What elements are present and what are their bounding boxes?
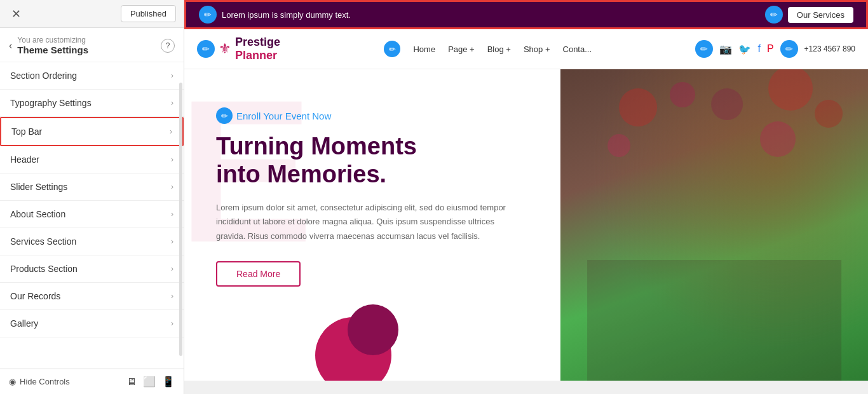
chevron-icon: › [171, 264, 173, 273]
sidebar-item-slider-settings[interactable]: Slider Settings› [0, 173, 184, 201]
site-header-right: ✏ 📷 🐦 f P ✏ +123 4567 890 [695, 40, 855, 58]
nav-item-conta...[interactable]: Conta... [563, 44, 592, 54]
nav-item-page+[interactable]: Page + [448, 44, 475, 54]
hero-svg-decor [560, 69, 868, 381]
customizing-label: You are customizing [17, 36, 156, 44]
published-button[interactable]: Published [121, 5, 176, 22]
topbar-left: ✏ Lorem ipsum is simply dummy text. [199, 6, 351, 24]
hide-controls-icon: ◉ [9, 377, 16, 386]
twitter-icon[interactable]: 🐦 [738, 43, 751, 55]
panel-top-bar: ✕ Published [0, 0, 184, 28]
sidebar-item-our-records[interactable]: Our Records› [0, 283, 184, 310]
topbar-edit-icon[interactable]: ✏ [199, 6, 217, 24]
sidebar-item-label: Section Ordering [10, 71, 77, 81]
nav-item-home[interactable]: Home [413, 44, 435, 54]
sidebar-item-products-section[interactable]: Products Section› [0, 255, 184, 283]
our-services-button[interactable]: Our Services [788, 7, 853, 23]
desktop-icon[interactable]: 🖥 [126, 376, 137, 388]
nav-edit-icon[interactable]: ✏ [384, 41, 400, 57]
header-phone-edit-icon[interactable]: ✏ [780, 40, 798, 58]
chevron-icon: › [170, 127, 172, 136]
customizer-panel: ✕ Published ‹ You are customizing Theme … [0, 0, 184, 394]
sidebar-item-top-bar[interactable]: Top Bar› [0, 117, 184, 146]
panel-footer: ◉ Hide Controls 🖥 ⬜ 📱 [0, 369, 184, 394]
chevron-icon: › [171, 319, 173, 328]
header-social-edit-icon[interactable]: ✏ [695, 40, 713, 58]
topbar-right: ✏ Our Services [765, 6, 853, 24]
sidebar-item-label: Products Section [10, 264, 78, 274]
sidebar-item-label: Gallery [10, 318, 38, 329]
panel-header: ‹ You are customizing Theme Settings ? [0, 28, 184, 62]
hero-left: E ✏ Enroll Your Event Now Turning Moment… [184, 69, 560, 381]
svg-point-3 [768, 69, 813, 111]
logo-edit-icon[interactable]: ✏ [197, 40, 215, 58]
back-button[interactable]: ‹ [9, 40, 12, 51]
sidebar-item-header[interactable]: Header› [0, 146, 184, 173]
topbar-services-edit-icon[interactable]: ✏ [765, 6, 783, 24]
site-topbar: ✏ Lorem ipsum is simply dummy text. ✏ Ou… [184, 0, 868, 29]
nav-item-shop+[interactable]: Shop + [524, 44, 550, 54]
hero-title-line2: into Memories. [216, 161, 386, 187]
tablet-icon[interactable]: ⬜ [143, 376, 156, 388]
menu-list: Section Ordering›Typography Settings›Top… [0, 62, 184, 369]
sidebar-item-label: About Section [10, 209, 65, 219]
pinterest-icon[interactable]: P [767, 43, 774, 55]
scrollbar[interactable] [179, 83, 182, 356]
chevron-icon: › [171, 292, 173, 301]
hero-title: Turning Moments into Memories. [216, 133, 535, 188]
svg-rect-7 [587, 260, 841, 381]
hero-right [560, 69, 868, 381]
svg-point-0 [619, 88, 657, 126]
decor-circle-magenta [348, 304, 398, 355]
hero-image [560, 69, 868, 381]
chevron-icon: › [171, 98, 173, 107]
preview-inner: ✏ Lorem ipsum is simply dummy text. ✏ Ou… [184, 0, 868, 394]
hero-content: ✏ Enroll Your Event Now Turning Moments … [216, 95, 535, 287]
mobile-icon[interactable]: 📱 [162, 376, 175, 388]
sidebar-item-section-ordering[interactable]: Section Ordering› [0, 62, 184, 90]
sidebar-item-gallery[interactable]: Gallery› [0, 310, 184, 337]
sidebar-item-label: Header [10, 154, 39, 165]
read-more-button[interactable]: Read More [216, 261, 301, 287]
sidebar-item-services-section[interactable]: Services Section› [0, 228, 184, 255]
hide-controls-button[interactable]: ◉ Hide Controls [9, 377, 70, 386]
theme-settings-label: Theme Settings [17, 44, 156, 55]
logo-prestige: Prestige [235, 36, 280, 48]
phone-number: +123 4567 890 [804, 44, 855, 53]
nav-item-blog+[interactable]: Blog + [487, 44, 511, 54]
sidebar-item-label: Our Records [10, 291, 60, 301]
sidebar-item-label: Top Bar [11, 126, 42, 137]
site-header: ✏ ⚜ Prestige Planner ✏HomePage +Blog +Sh… [184, 29, 868, 69]
footer-icons: 🖥 ⬜ 📱 [126, 376, 175, 388]
svg-point-5 [607, 134, 630, 157]
site-nav: ✏HomePage +Blog +Shop +Conta... [384, 41, 592, 57]
site-logo: ✏ ⚜ Prestige Planner [197, 36, 280, 62]
sidebar-item-label: Slider Settings [10, 182, 67, 192]
sidebar-item-typography-settings[interactable]: Typography Settings› [0, 90, 184, 117]
chevron-icon: › [171, 155, 173, 164]
help-button[interactable]: ? [161, 39, 175, 53]
preview-area: ✏ Lorem ipsum is simply dummy text. ✏ Ou… [184, 0, 868, 394]
logo-planner: Planner [235, 49, 277, 62]
svg-point-6 [760, 121, 796, 157]
chevron-icon: › [171, 237, 173, 246]
hero-section: E ✏ Enroll Your Event Now Turning Moment… [184, 69, 868, 381]
logo-icon: ⚜ [219, 41, 231, 57]
logo-text: Prestige Planner [235, 36, 280, 62]
sidebar-item-label: Services Section [10, 236, 76, 247]
svg-point-4 [815, 100, 843, 128]
chevron-icon: › [171, 210, 173, 219]
panel-header-text: You are customizing Theme Settings [17, 36, 156, 55]
chevron-icon: › [171, 182, 173, 191]
facebook-icon[interactable]: f [757, 43, 760, 55]
svg-point-2 [711, 88, 743, 120]
instagram-icon[interactable]: 📷 [719, 43, 732, 55]
close-button[interactable]: ✕ [8, 6, 24, 22]
chevron-icon: › [171, 71, 173, 80]
hero-description: Lorem ipsum dolor sit amet, consectetur … [216, 201, 521, 243]
svg-point-1 [670, 82, 695, 107]
sidebar-item-about-section[interactable]: About Section› [0, 201, 184, 228]
hero-enroll-edit-icon[interactable]: ✏ [216, 107, 233, 124]
hero-title-line1: Turning Moments [216, 133, 417, 160]
hero-enroll: ✏ Enroll Your Event Now [216, 107, 535, 124]
